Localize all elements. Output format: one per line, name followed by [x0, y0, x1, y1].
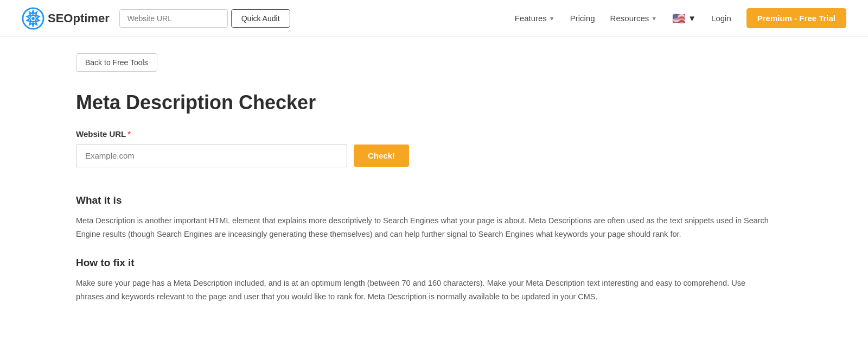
how-to-fix-section: How to fix it Make sure your page has a … [76, 257, 792, 303]
what-it-is-body: Meta Description is another important HT… [76, 214, 770, 241]
features-chevron-icon: ▼ [549, 15, 555, 22]
back-to-free-tools-button[interactable]: Back to Free Tools [76, 53, 157, 72]
how-to-fix-body: Make sure your page has a Meta Descripti… [76, 276, 770, 303]
flag-chevron-icon: ▼ [688, 14, 696, 23]
brand-name: SEOptimer [48, 11, 110, 26]
website-url-input[interactable] [76, 144, 347, 167]
resources-chevron-icon: ▼ [651, 15, 657, 22]
nav-premium-button[interactable]: Premium - Free Trial [746, 8, 846, 28]
required-star: * [127, 129, 131, 139]
nav-features-link[interactable]: Features ▼ [515, 14, 555, 23]
url-form-label: Website URL* [76, 129, 792, 139]
what-it-is-section: What it is Meta Description is another i… [76, 194, 792, 241]
nav-login-link[interactable]: Login [711, 14, 731, 23]
page-content: Back to Free Tools Meta Description Chec… [54, 37, 814, 352]
svg-point-3 [31, 17, 35, 20]
how-to-fix-title: How to fix it [76, 257, 792, 269]
nav-url-input[interactable] [119, 9, 228, 28]
flag-icon: 🇺🇸 [672, 12, 686, 25]
brand-logo[interactable]: SEOptimer [22, 7, 110, 30]
nav-quick-audit-button[interactable]: Quick Audit [231, 9, 290, 28]
language-selector[interactable]: 🇺🇸 ▼ [672, 12, 696, 25]
nav-links: Features ▼ Pricing Resources ▼ 🇺🇸 ▼ Logi… [515, 8, 846, 28]
navbar: SEOptimer Quick Audit Features ▼ Pricing… [0, 0, 868, 37]
url-form-row: Check! [76, 144, 792, 167]
page-title: Meta Description Checker [76, 91, 792, 114]
brand-logo-icon [22, 7, 44, 30]
what-it-is-title: What it is [76, 194, 792, 206]
check-button[interactable]: Check! [354, 144, 409, 167]
nav-pricing-link[interactable]: Pricing [570, 14, 595, 23]
nav-resources-link[interactable]: Resources ▼ [610, 14, 658, 23]
